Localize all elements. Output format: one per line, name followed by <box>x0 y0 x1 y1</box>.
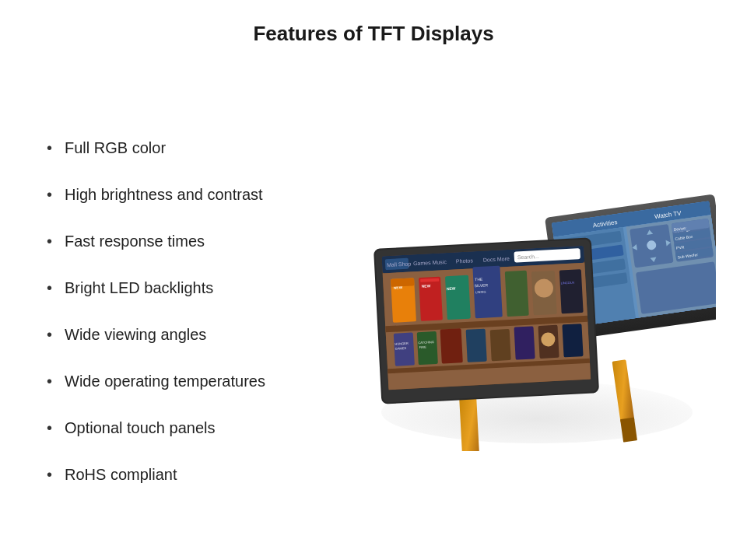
svg-rect-71 <box>559 269 584 313</box>
svg-text:Photos: Photos <box>456 257 474 264</box>
svg-rect-79 <box>440 328 463 363</box>
feature-item: •Full RGB color <box>47 124 335 171</box>
feature-item: •Fast response times <box>47 218 335 264</box>
feature-item: •RoHS compliant <box>47 451 335 498</box>
feature-text: Full RGB color <box>65 137 166 159</box>
svg-rect-81 <box>490 329 511 361</box>
bullet-point: • <box>47 230 52 252</box>
svg-rect-85 <box>562 324 583 357</box>
feature-item: •Bright LED backlights <box>47 264 335 311</box>
svg-text:THE: THE <box>475 276 483 282</box>
svg-rect-62 <box>445 275 471 319</box>
content-area: •Full RGB color•High brightness and cont… <box>0 61 747 560</box>
bullet-point: • <box>47 277 52 299</box>
bullet-point: • <box>47 324 52 345</box>
svg-text:HUNGER: HUNGER <box>395 341 409 345</box>
bullet-point: • <box>47 370 52 392</box>
svg-rect-80 <box>466 328 487 362</box>
bullet-point: • <box>47 137 52 159</box>
svg-text:NEW: NEW <box>447 285 456 291</box>
feature-text: Wide operating temperatures <box>65 370 265 392</box>
feature-item: •Wide operating temperatures <box>47 358 335 404</box>
feature-text: RoHS compliant <box>65 464 177 485</box>
page: Features of TFT Displays •Full RGB color… <box>0 0 747 560</box>
tft-display-illustration: Activities Watch TV Watch DVD Watch TV P… <box>358 171 716 451</box>
image-area: Activities Watch TV Watch DVD Watch TV P… <box>335 77 747 544</box>
feature-item: •High brightness and contrast <box>47 171 335 218</box>
feature-text: Bright LED backlights <box>65 277 213 299</box>
bullet-point: • <box>47 417 52 439</box>
page-title: Features of TFT Displays <box>0 22 747 46</box>
bullet-point: • <box>47 184 52 205</box>
feature-text: Optional touch panels <box>65 417 215 439</box>
svg-rect-82 <box>514 326 535 359</box>
svg-rect-58 <box>391 278 414 287</box>
feature-text: Fast response times <box>65 230 205 252</box>
feature-text: Wide viewing angles <box>65 324 206 345</box>
svg-text:Search...: Search... <box>517 253 539 259</box>
feature-item: •Optional touch panels <box>47 404 335 451</box>
svg-rect-68 <box>505 270 529 316</box>
svg-text:LINING: LINING <box>475 289 486 294</box>
svg-text:NEW: NEW <box>421 283 430 289</box>
features-list: •Full RGB color•High brightness and cont… <box>0 77 335 544</box>
feature-text: High brightness and contrast <box>65 184 263 205</box>
svg-text:SILVER: SILVER <box>474 282 488 288</box>
bullet-point: • <box>47 464 52 485</box>
title-area: Features of TFT Displays <box>0 0 747 61</box>
svg-text:FIRE: FIRE <box>419 345 427 348</box>
svg-text:LINCOLN: LINCOLN <box>561 280 575 285</box>
feature-item: •Wide viewing angles <box>47 311 335 358</box>
svg-text:GAMES: GAMES <box>395 345 407 350</box>
